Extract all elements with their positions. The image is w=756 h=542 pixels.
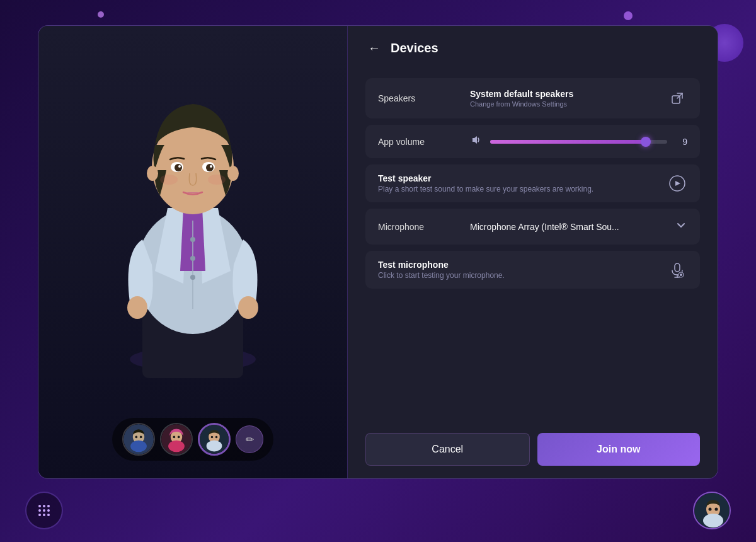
svg-point-44 — [38, 505, 41, 507]
speakers-value-sub: Change from Windows Settings — [470, 100, 573, 108]
microphone-row: Microphone Microphone Array (Intel® Smar… — [365, 209, 700, 245]
devices-title: Devices — [391, 41, 438, 55]
left-panel: ✏ — [38, 26, 347, 478]
svg-point-45 — [43, 505, 45, 507]
apps-grid-button[interactable] — [25, 492, 63, 529]
volume-icon — [470, 134, 483, 149]
bottom-bar: Cancel Join now — [348, 420, 718, 478]
chevron-icon-svg — [675, 219, 687, 231]
speaker-icon — [470, 134, 483, 146]
speakers-value-text: System default speakers Change from Wind… — [470, 89, 573, 108]
avatar-option-3[interactable] — [198, 423, 231, 456]
volume-thumb[interactable] — [641, 137, 651, 147]
microphone-value: Microphone Array (Intel® Smart Sou... — [470, 222, 619, 232]
svg-rect-38 — [675, 263, 680, 272]
svg-point-34 — [211, 436, 214, 439]
volume-value: 9 — [675, 137, 687, 147]
test-speaker-play-button[interactable] — [667, 173, 687, 193]
svg-point-18 — [227, 166, 239, 181]
avatar-option-2[interactable] — [160, 423, 193, 456]
svg-point-56 — [709, 508, 712, 511]
svg-point-33 — [207, 441, 222, 452]
test-speaker-text: Test speaker Play a short test sound to … — [378, 173, 593, 193]
external-link-icon — [671, 92, 684, 105]
svg-point-25 — [140, 435, 142, 438]
microphone-label: Microphone — [378, 222, 460, 232]
svg-point-57 — [715, 508, 718, 511]
bg-decoration-2 — [624, 11, 633, 20]
taskbar — [0, 479, 756, 542]
user-avatar-icon — [694, 493, 731, 529]
cancel-button[interactable]: Cancel — [365, 433, 530, 466]
avatar-svg — [92, 69, 294, 384]
svg-point-13 — [175, 164, 182, 171]
test-speaker-title: Test speaker — [378, 173, 593, 183]
svg-point-5 — [190, 256, 195, 261]
microphone-icon — [668, 261, 686, 279]
test-microphone-button[interactable] — [667, 260, 687, 280]
speakers-value-main: System default speakers — [470, 89, 573, 99]
avatar-selection-strip: ✏ — [112, 418, 273, 461]
test-microphone-text: Test microphone Click to start testing y… — [378, 260, 505, 280]
test-microphone-subtitle: Click to start testing your microphone. — [378, 271, 505, 280]
svg-point-47 — [38, 509, 41, 512]
svg-point-8 — [238, 296, 258, 319]
devices-content: Speakers System default speakers Change … — [348, 68, 718, 420]
chevron-down-icon — [675, 219, 687, 234]
bg-decoration-1 — [98, 11, 104, 18]
microphone-dropdown[interactable]: Microphone Array (Intel® Smart Sou... — [470, 219, 687, 234]
svg-point-23 — [130, 441, 147, 452]
svg-point-17 — [147, 166, 158, 181]
avatar-option-1[interactable] — [122, 423, 155, 456]
back-button[interactable]: ← — [368, 41, 381, 55]
svg-point-50 — [38, 514, 41, 516]
test-microphone-title: Test microphone — [378, 260, 505, 270]
edit-avatar-button[interactable]: ✏ — [236, 425, 263, 453]
volume-track — [490, 140, 667, 144]
svg-point-48 — [43, 509, 45, 512]
svg-point-51 — [43, 514, 45, 516]
devices-header: ← Devices — [348, 26, 718, 68]
svg-point-35 — [215, 436, 218, 439]
svg-point-16 — [210, 165, 212, 168]
avatar-main-area — [38, 26, 347, 428]
test-speaker-row: Test speaker Play a short test sound to … — [365, 164, 700, 202]
svg-point-52 — [47, 514, 50, 516]
svg-point-29 — [173, 435, 175, 438]
svg-point-4 — [190, 237, 195, 242]
test-speaker-subtitle: Play a short test sound to make sure you… — [378, 185, 593, 193]
right-panel: ← Devices Speakers System default speake… — [348, 26, 718, 478]
speakers-external-link-button[interactable] — [667, 88, 687, 108]
svg-point-7 — [127, 296, 147, 319]
grid-icon — [37, 503, 52, 518]
speakers-value-box: System default speakers Change from Wind… — [470, 88, 687, 108]
speakers-label: Speakers — [378, 93, 460, 103]
svg-point-24 — [135, 435, 137, 438]
svg-point-14 — [206, 164, 214, 171]
join-now-button[interactable]: Join now — [537, 433, 701, 466]
user-avatar-button[interactable] — [693, 492, 731, 529]
volume-label: App volume — [378, 137, 460, 147]
main-card: ✏ ← Devices Speakers System default spea… — [38, 25, 718, 479]
svg-point-49 — [47, 509, 50, 512]
svg-point-20 — [208, 175, 226, 185]
pencil-icon: ✏ — [246, 434, 254, 446]
volume-fill — [490, 140, 646, 144]
svg-point-28 — [168, 441, 185, 452]
svg-point-43 — [680, 274, 682, 276]
volume-slider[interactable] — [490, 140, 667, 144]
svg-point-30 — [178, 435, 180, 438]
svg-point-19 — [160, 175, 178, 185]
svg-point-6 — [190, 275, 195, 280]
svg-point-46 — [47, 505, 50, 507]
test-microphone-row: Test microphone Click to start testing y… — [365, 251, 700, 289]
svg-point-15 — [178, 165, 181, 168]
svg-point-55 — [703, 514, 723, 528]
app-volume-row: App volume 9 — [365, 125, 700, 158]
volume-controls: 9 — [470, 134, 687, 149]
play-icon — [668, 175, 686, 192]
speakers-row: Speakers System default speakers Change … — [365, 78, 700, 118]
